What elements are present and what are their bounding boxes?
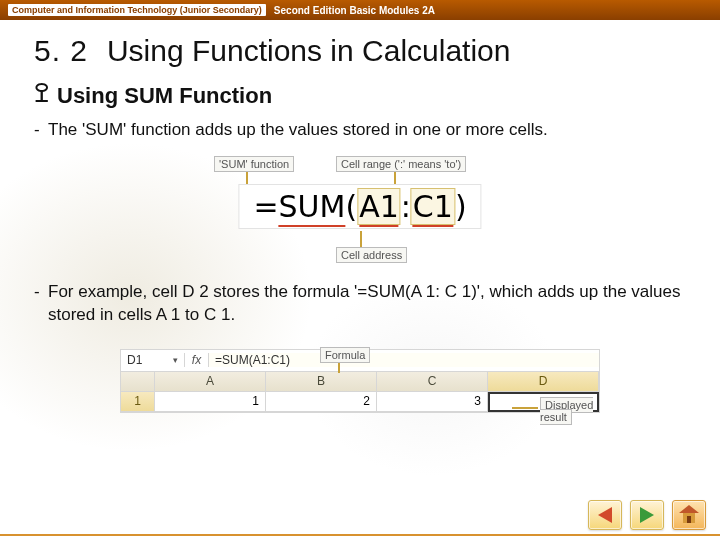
next-button[interactable] bbox=[630, 500, 664, 530]
callout-line bbox=[360, 231, 362, 247]
arrow-right-icon bbox=[640, 507, 654, 523]
formula-fn: SUM bbox=[279, 189, 346, 227]
col-header-a[interactable]: A bbox=[155, 372, 266, 392]
bullet-1: -The 'SUM' function adds up the values s… bbox=[48, 119, 686, 142]
slide-content: 5. 2 Using Functions in Calculation ߐ Us… bbox=[0, 20, 720, 413]
bullet-1-text: The 'SUM' function adds up the values st… bbox=[48, 120, 548, 139]
col-header-d[interactable]: D bbox=[488, 372, 599, 392]
book-title-box: Computer and Information Technology (Jun… bbox=[8, 4, 266, 16]
prev-button[interactable] bbox=[588, 500, 622, 530]
section-number: 5. 2 bbox=[34, 34, 88, 68]
annot-sum-function: 'SUM' function bbox=[214, 156, 294, 172]
nav-bar bbox=[588, 500, 706, 530]
formula-diagram: 'SUM' function Cell range (':' means 'to… bbox=[180, 156, 540, 263]
formula-c1: C1 bbox=[413, 189, 453, 227]
col-header-b[interactable]: B bbox=[266, 372, 377, 392]
annot-cell-address: Cell address bbox=[336, 247, 407, 263]
fx-label[interactable]: fx bbox=[185, 353, 209, 367]
formula-eq: = bbox=[253, 189, 278, 224]
bullet-2: -For example, cell D 2 stores the formul… bbox=[48, 281, 686, 327]
book-edition: Second Edition Basic Modules 2A bbox=[274, 5, 435, 16]
name-box-value: D1 bbox=[127, 353, 142, 367]
book-header-bar: Computer and Information Technology (Jun… bbox=[0, 0, 720, 20]
callout-line bbox=[338, 363, 340, 373]
footer-line bbox=[0, 534, 720, 536]
select-all-corner[interactable] bbox=[121, 372, 155, 392]
formula-bar[interactable]: =SUM(A1:C1) bbox=[209, 353, 599, 367]
section-heading: 5. 2 Using Functions in Calculation bbox=[34, 32, 686, 69]
formula-a1: A1 bbox=[359, 189, 399, 227]
arrow-left-icon bbox=[598, 507, 612, 523]
annot-formula: Formula bbox=[320, 349, 370, 361]
col-header-c[interactable]: C bbox=[377, 372, 488, 392]
row-header-1[interactable]: 1 bbox=[121, 392, 155, 412]
cell-c1[interactable]: 3 bbox=[377, 392, 488, 412]
callout-line bbox=[512, 407, 538, 409]
formula-display: =SUM(A1:C1) bbox=[238, 184, 481, 229]
subheading-row: ߐ Using SUM Function bbox=[34, 83, 686, 109]
formula-colon: : bbox=[401, 189, 411, 224]
home-button[interactable] bbox=[672, 500, 706, 530]
formula-open: ( bbox=[345, 189, 357, 224]
bullet-2-text: For example, cell D 2 stores the formula… bbox=[48, 282, 680, 324]
annot-cell-range: Cell range (':' means 'to') bbox=[336, 156, 466, 172]
annot-displayed-result: Displayed result bbox=[540, 399, 600, 423]
home-icon bbox=[680, 507, 698, 523]
cell-a1[interactable]: 1 bbox=[155, 392, 266, 412]
spreadsheet-diagram: Formula D1 ▾ fx =SUM(A1:C1) A B C D 1 1 … bbox=[120, 349, 600, 413]
section-title: Using Functions in Calculation bbox=[107, 34, 511, 67]
name-box[interactable]: D1 ▾ bbox=[121, 353, 185, 367]
cell-b1[interactable]: 2 bbox=[266, 392, 377, 412]
subheading: Using SUM Function bbox=[57, 83, 272, 109]
dropdown-triangle-icon: ▾ bbox=[173, 355, 178, 365]
leaf-bullet-icon: ߐ bbox=[34, 81, 49, 107]
formula-close: ) bbox=[455, 189, 467, 224]
spreadsheet-grid: A B C D 1 1 2 3 6 bbox=[121, 372, 599, 412]
